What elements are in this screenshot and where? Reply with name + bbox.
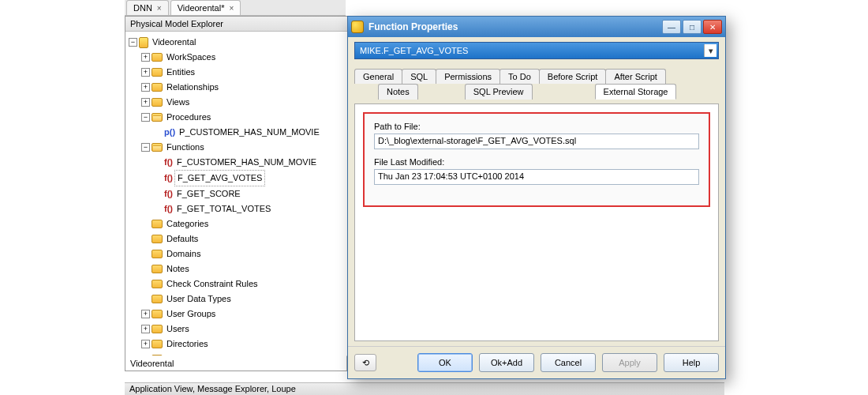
highlight-box: Path to File: D:\_blog\external-storage\…: [363, 112, 710, 207]
minimize-button[interactable]: —: [662, 20, 681, 34]
dock-tabs: Videorental: [125, 356, 347, 371]
titlebar[interactable]: Function Properties — □ ✕: [348, 17, 725, 37]
tab-content: Path to File: D:\_blog\external-storage\…: [354, 103, 719, 341]
ok-button[interactable]: OK: [417, 353, 473, 372]
node-check-rules[interactable]: Check Constraint Rules: [164, 276, 260, 292]
tab-videorental[interactable]: Videorental* ×: [170, 0, 241, 15]
function-icon: f(): [164, 156, 173, 169]
close-icon[interactable]: ×: [229, 4, 234, 13]
node-users[interactable]: Users: [164, 322, 192, 337]
folder-icon: [152, 310, 163, 318]
ok-add-button[interactable]: Ok+Add: [479, 353, 534, 372]
collapse-icon[interactable]: −: [141, 143, 150, 152]
tree-root[interactable]: Videorental: [150, 35, 198, 50]
path-input[interactable]: D:\_blog\external-storage\F_GET_AVG_VOTE…: [374, 134, 699, 149]
folder-icon: [152, 250, 163, 258]
cancel-button[interactable]: Cancel: [541, 353, 596, 372]
dialog-title: Function Properties: [369, 21, 660, 32]
document-tabs: DNN × Videorental* ×: [125, 0, 346, 16]
folder-icon: [152, 280, 163, 288]
node-domains[interactable]: Domains: [164, 246, 203, 261]
node-entities[interactable]: Entities: [164, 65, 197, 80]
folder-icon: [152, 325, 163, 333]
collapse-icon[interactable]: −: [129, 38, 137, 47]
tab-external-storage[interactable]: External Storage: [595, 84, 677, 100]
folder-icon: [152, 265, 163, 273]
node-user-data-types[interactable]: User Data Types: [164, 292, 234, 307]
model-explorer-panel: Physical Model Explorer − Videorental +W…: [125, 16, 348, 371]
function-selector[interactable]: MIKE.F_GET_AVG_VOTES ▾: [354, 42, 719, 59]
expand-icon[interactable]: +: [141, 325, 150, 333]
folder-open-icon: [152, 143, 163, 152]
tab-todo[interactable]: To Do: [499, 69, 540, 84]
folder-icon: [152, 98, 163, 107]
dock-tab-videorental[interactable]: Videorental: [125, 356, 347, 371]
procedure-icon: p(): [164, 126, 175, 139]
status-bar: Application View, Message Explorer, Loup…: [125, 382, 724, 395]
func-item-selected[interactable]: F_GET_AVG_VOTES: [174, 170, 265, 186]
node-functions[interactable]: Functions: [164, 140, 207, 155]
database-icon: [139, 37, 148, 48]
close-icon[interactable]: ×: [157, 4, 162, 13]
tab-label: DNN: [133, 3, 152, 13]
selector-value: MIKE.F_GET_AVG_VOTES: [360, 46, 468, 55]
tab-after-script[interactable]: After Script: [605, 69, 665, 84]
collapse-icon[interactable]: −: [141, 113, 150, 122]
node-user-groups[interactable]: User Groups: [164, 307, 218, 322]
expand-icon[interactable]: +: [141, 83, 150, 92]
node-directories[interactable]: Directories: [164, 337, 211, 352]
tab-dnn[interactable]: DNN ×: [126, 0, 169, 15]
function-icon: f(): [164, 171, 173, 185]
func-item[interactable]: F_CUSTOMER_HAS_NUM_MOVIE: [174, 155, 319, 170]
dialog-footer: ⟲ OK Ok+Add Cancel Apply Help: [348, 346, 725, 378]
tab-notes[interactable]: Notes: [378, 84, 418, 100]
folder-icon: [152, 235, 163, 243]
node-views[interactable]: Views: [164, 95, 192, 110]
function-icon: f(): [164, 202, 173, 216]
apply-button: Apply: [602, 353, 657, 372]
folder-icon: [152, 355, 163, 356]
function-properties-dialog: Function Properties — □ ✕ MIKE.F_GET_AVG…: [347, 16, 726, 379]
folder-icon: [152, 220, 163, 228]
expand-icon[interactable]: +: [141, 53, 150, 62]
node-procedures[interactable]: Procedures: [164, 110, 213, 125]
pin-button[interactable]: ⟲: [354, 354, 376, 371]
tab-general[interactable]: General: [354, 69, 402, 84]
maximize-button[interactable]: □: [683, 20, 702, 34]
expand-icon[interactable]: +: [141, 340, 150, 348]
tab-before-script[interactable]: Before Script: [539, 69, 607, 84]
folder-icon: [152, 53, 163, 62]
folder-icon: [152, 68, 163, 77]
folder-icon: [152, 83, 163, 92]
node-defaults[interactable]: Defaults: [164, 231, 200, 246]
expand-icon[interactable]: +: [141, 310, 150, 318]
chevron-down-icon[interactable]: ▾: [704, 44, 716, 57]
tab-label: Videorental*: [178, 3, 225, 13]
tab-sql[interactable]: SQL: [402, 69, 436, 84]
modified-label: File Last Modified:: [374, 157, 699, 167]
panel-title: Physical Model Explorer: [125, 17, 347, 32]
expand-icon[interactable]: +: [141, 98, 150, 107]
folder-open-icon: [152, 113, 163, 122]
folder-icon: [152, 295, 163, 303]
help-button[interactable]: Help: [664, 353, 719, 372]
node-notes[interactable]: Notes: [164, 261, 192, 276]
node-relationships[interactable]: Relationships: [164, 80, 221, 95]
tab-permissions[interactable]: Permissions: [436, 69, 500, 84]
function-icon: f(): [164, 187, 173, 201]
proc-item[interactable]: P_CUSTOMER_HAS_NUM_MOVIE: [177, 125, 322, 140]
expand-icon[interactable]: +: [141, 68, 150, 77]
close-button[interactable]: ✕: [703, 20, 722, 34]
func-item[interactable]: F_GET_TOTAL_VOTES: [174, 201, 273, 216]
folder-icon: [152, 340, 163, 348]
app-icon: [351, 21, 364, 33]
path-label: Path to File:: [374, 122, 699, 131]
dialog-tabs: General SQL Permissions To Do Before Scr…: [354, 69, 719, 100]
tree-view[interactable]: − Videorental +WorkSpaces +Entities +Rel…: [125, 32, 347, 356]
modified-input[interactable]: Thu Jan 23 17:04:53 UTC+0100 2014: [374, 169, 699, 185]
tab-sql-preview[interactable]: SQL Preview: [465, 84, 533, 100]
func-item[interactable]: F_GET_SCORE: [174, 186, 243, 201]
node-workspaces[interactable]: WorkSpaces: [164, 50, 218, 65]
node-categories[interactable]: Categories: [164, 216, 211, 231]
